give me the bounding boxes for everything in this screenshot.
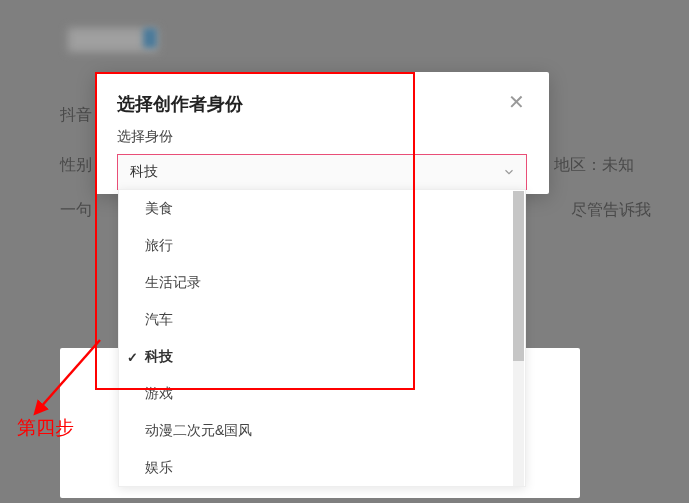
option-label: 动漫二次元&国风	[145, 422, 252, 440]
close-icon[interactable]: ✕	[506, 92, 527, 112]
option-label: 汽车	[145, 311, 173, 329]
modal-title: 选择创作者身份	[117, 92, 243, 116]
bg-text: 地区：未知	[554, 155, 634, 176]
step-annotation-label: 第四步	[17, 415, 74, 441]
option-entertainment[interactable]: 娱乐	[119, 449, 525, 486]
check-icon: ✓	[127, 349, 138, 364]
modal-header: 选择创作者身份 ✕	[95, 72, 549, 128]
option-label: 生活记录	[145, 274, 201, 292]
option-food[interactable]: 美食	[119, 190, 525, 227]
chevron-down-icon	[502, 165, 516, 179]
identity-select[interactable]: 科技 美食 旅行 生活记录 汽车	[117, 154, 527, 190]
identity-dropdown: 美食 旅行 生活记录 汽车 ✓ 科技	[118, 189, 526, 487]
bg-text: 性别	[60, 155, 92, 176]
bg-text: 一句	[60, 200, 92, 221]
scrollbar-thumb[interactable]	[513, 191, 524, 361]
modal-body: 选择身份 科技 美食 旅行 生活记录	[95, 128, 549, 194]
option-label: 旅行	[145, 237, 173, 255]
option-anime[interactable]: 动漫二次元&国风	[119, 412, 525, 449]
select-value: 科技	[130, 163, 158, 181]
option-travel[interactable]: 旅行	[119, 227, 525, 264]
option-game[interactable]: 游戏	[119, 375, 525, 412]
option-label: 娱乐	[145, 459, 173, 477]
option-label: 游戏	[145, 385, 173, 403]
option-car[interactable]: 汽车	[119, 301, 525, 338]
creator-identity-modal: 选择创作者身份 ✕ 选择身份 科技 美食 旅行 生活记录	[95, 72, 549, 194]
identity-field-label: 选择身份	[117, 128, 527, 146]
bg-text: 抖音	[60, 105, 92, 126]
blurred-badge	[143, 28, 157, 48]
option-label: 美食	[145, 200, 173, 218]
option-life[interactable]: 生活记录	[119, 264, 525, 301]
option-label: 科技	[145, 348, 173, 366]
bg-text: 尽管告诉我	[571, 200, 651, 221]
option-tech[interactable]: ✓ 科技	[119, 338, 525, 375]
